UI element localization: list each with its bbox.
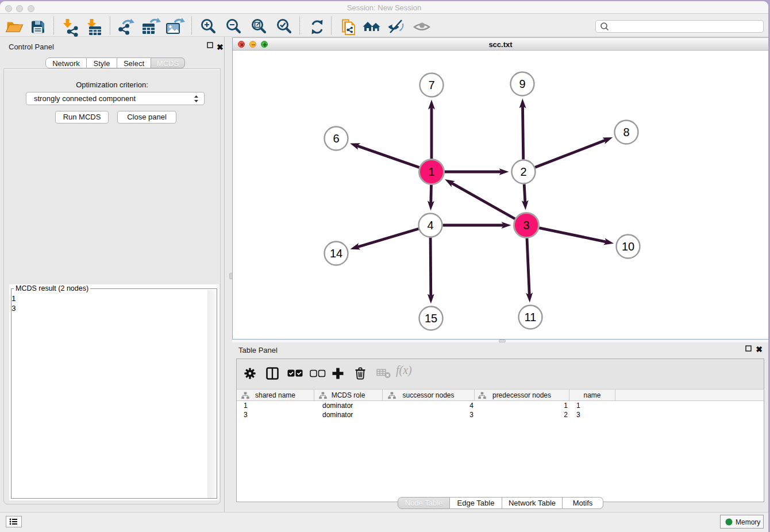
svg-text:3: 3 [523,219,529,232]
svg-text:9: 9 [519,78,525,90]
svg-text:4: 4 [427,219,433,232]
svg-text:14: 14 [330,247,342,260]
svg-text:1: 1 [428,165,434,178]
svg-text:2: 2 [520,165,526,178]
svg-text:8: 8 [623,126,629,138]
svg-text:15: 15 [425,312,437,325]
svg-text:11: 11 [525,311,537,323]
svg-text:10: 10 [622,240,634,253]
svg-text:7: 7 [428,79,434,91]
svg-text:6: 6 [333,132,339,145]
